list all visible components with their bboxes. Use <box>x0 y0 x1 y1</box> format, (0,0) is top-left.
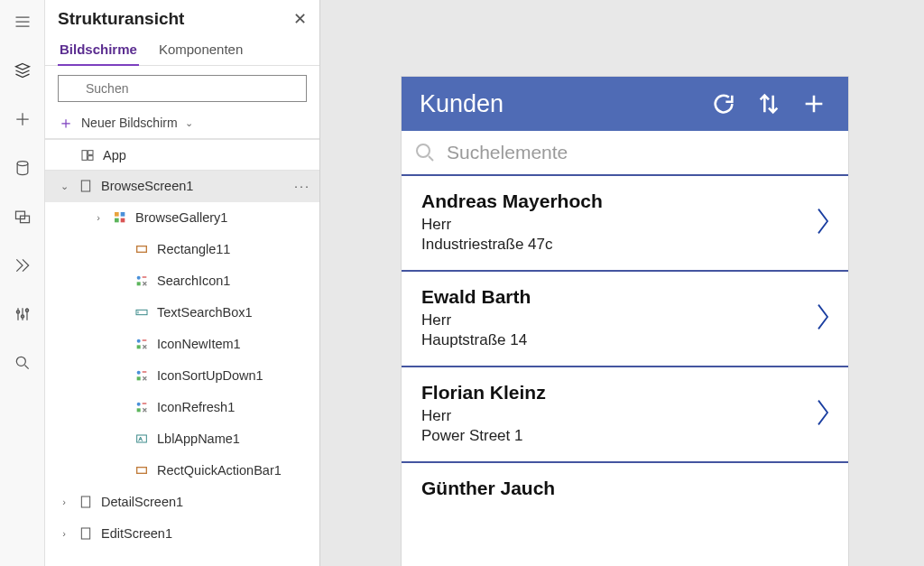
tab-components[interactable]: Komponenten <box>157 34 245 65</box>
customer-name: Günther Jauch <box>421 478 830 499</box>
svg-rect-10 <box>88 155 93 160</box>
svg-rect-23 <box>137 376 141 380</box>
chevron-right-icon: › <box>58 496 70 507</box>
svg-point-22 <box>137 371 141 375</box>
customer-salutation: Herr <box>421 216 830 234</box>
customer-list-item[interactable]: Ewald Barth Herr Hauptstraße 14 <box>402 272 848 367</box>
svg-rect-18 <box>137 282 141 285</box>
svg-rect-21 <box>137 345 141 348</box>
tree-browse-gallery[interactable]: › BrowseGallery1 <box>45 202 319 234</box>
tree-view-panel: Strukturansicht ✕ Bildschirme Komponente… <box>45 0 320 566</box>
tree-edit-screen[interactable]: › EditScreen1 <box>45 518 319 550</box>
chevron-down-icon: ⌄ <box>58 181 70 192</box>
tree-item[interactable]: TextSearchBox1 <box>45 297 319 329</box>
tree-item-label: RectQuickActionBar1 <box>157 463 282 478</box>
media-icon[interactable] <box>8 202 37 231</box>
screen-icon <box>78 178 94 194</box>
customer-list-item[interactable]: Andreas Mayerhoch Herr Industriestraße 4… <box>402 176 848 272</box>
app-icon <box>79 147 96 163</box>
chevron-right-icon <box>814 397 832 431</box>
tree-app-root[interactable]: ▾ App <box>45 139 319 171</box>
svg-rect-25 <box>137 408 141 412</box>
tree-item-label: IconNewItem1 <box>157 337 241 351</box>
customer-salutation: Herr <box>421 407 830 425</box>
refresh-icon[interactable] <box>707 88 740 120</box>
tree-detail-screen[interactable]: › DetailScreen1 <box>45 487 319 518</box>
svg-point-0 <box>17 162 28 166</box>
tree-item[interactable]: IconNewItem1 <box>45 329 319 360</box>
plus-icon: ＋ <box>58 115 74 131</box>
sort-icon[interactable] <box>753 88 785 120</box>
customer-list-item[interactable]: Florian Kleinz Herr Power Street 1 <box>402 367 848 463</box>
search-icon <box>414 142 436 163</box>
search-tools-icon[interactable] <box>8 348 37 377</box>
tree-list: ▾ App ⌄ BrowseScreen1 ··· › BrowseGaller… <box>45 139 319 566</box>
panel-tabs: Bildschirme Komponenten <box>45 34 319 66</box>
new-screen-label: Neuer Bildschirm <box>81 116 178 130</box>
app-title: Kunden <box>420 90 695 118</box>
tree-item-label: App <box>103 148 126 162</box>
chevron-down-icon: ⌄ <box>185 117 193 129</box>
control-icon <box>134 273 150 289</box>
new-screen-button[interactable]: ＋ Neuer Bildschirm ⌄ <box>45 107 319 138</box>
svg-rect-14 <box>115 218 119 223</box>
tree-item-label: Rectangle11 <box>157 242 230 256</box>
add-icon[interactable] <box>798 88 830 120</box>
customer-salutation: Herr <box>421 311 830 329</box>
tree-item[interactable]: IconSortUpDown1 <box>45 360 319 392</box>
app-search-row[interactable]: Suchelemente <box>402 131 848 176</box>
rectangle-icon <box>134 462 150 478</box>
insert-icon[interactable] <box>8 105 37 134</box>
tree-search-input[interactable] <box>58 75 307 102</box>
tree-item[interactable]: IconRefresh1 <box>45 392 319 423</box>
customer-address: Hauptstraße 14 <box>421 331 830 349</box>
tree-item[interactable]: Rectangle11 <box>45 234 319 265</box>
svg-point-6 <box>16 357 25 366</box>
svg-rect-15 <box>121 218 125 223</box>
tree-item[interactable]: LblAppName1 <box>45 423 319 455</box>
app-preview: Kunden Suchelemente Andreas Mayerhoch He… <box>402 77 848 566</box>
more-options-icon[interactable]: ··· <box>294 179 310 193</box>
tree-item[interactable]: SearchIcon1 <box>45 265 319 297</box>
app-header: Kunden <box>402 77 848 131</box>
customer-name: Andreas Mayerhoch <box>421 190 830 212</box>
customer-name: Florian Kleinz <box>421 382 830 404</box>
tree-view-icon[interactable] <box>8 56 37 85</box>
gallery-icon <box>112 209 128 226</box>
tree-item[interactable]: RectQuickActionBar1 <box>45 455 319 487</box>
tree-item-label: BrowseScreen1 <box>101 179 193 193</box>
tree-item-label: IconRefresh1 <box>157 400 235 414</box>
tree-item-label: IconSortUpDown1 <box>157 368 263 383</box>
tab-screens[interactable]: Bildschirme <box>58 34 139 66</box>
chevron-right-icon <box>814 302 832 336</box>
svg-rect-9 <box>88 150 93 154</box>
svg-rect-27 <box>137 468 147 474</box>
hamburger-icon[interactable] <box>8 7 37 36</box>
left-icon-rail <box>0 0 45 566</box>
svg-rect-12 <box>115 212 119 217</box>
tree-item-label: BrowseGallery1 <box>135 210 227 225</box>
customer-address: Industriestraße 47c <box>421 236 830 254</box>
data-icon[interactable] <box>8 153 37 182</box>
close-icon[interactable]: ✕ <box>293 9 307 29</box>
customer-list-item[interactable]: Günther Jauch <box>402 463 848 503</box>
svg-rect-29 <box>81 528 89 539</box>
tree-item-label: DetailScreen1 <box>101 495 183 509</box>
label-icon <box>134 431 150 447</box>
chevron-right-icon: › <box>58 528 70 539</box>
svg-rect-11 <box>81 181 89 191</box>
power-automate-icon[interactable] <box>8 251 37 280</box>
tree-item-label: LblAppName1 <box>157 431 240 446</box>
customer-address: Power Street 1 <box>421 427 830 445</box>
screen-icon <box>78 494 94 510</box>
textinput-icon <box>134 304 150 320</box>
svg-rect-16 <box>137 246 147 253</box>
chevron-right-icon <box>814 206 832 240</box>
svg-point-30 <box>417 144 430 157</box>
screen-icon <box>78 525 94 542</box>
panel-title: Strukturansicht <box>58 9 184 29</box>
settings-sliders-icon[interactable] <box>8 300 37 329</box>
tree-browse-screen[interactable]: ⌄ BrowseScreen1 ··· <box>45 171 319 202</box>
svg-rect-28 <box>81 496 89 507</box>
tree-item-label: EditScreen1 <box>101 526 172 541</box>
